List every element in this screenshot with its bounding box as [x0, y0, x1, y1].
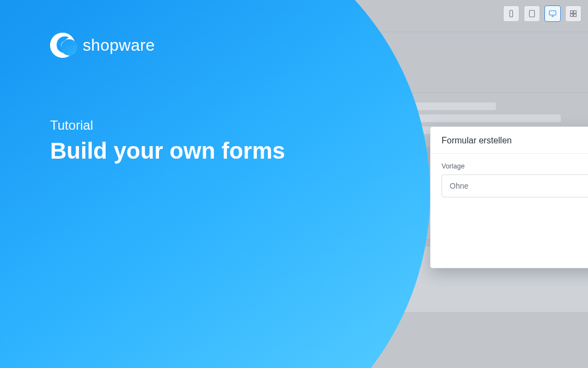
svg-rect-5	[571, 14, 573, 17]
template-field-label: Vorlage	[442, 162, 588, 170]
create-form-modal: Formular erstellen Vorlage Ohne	[430, 126, 588, 268]
shopware-logo-icon	[50, 33, 75, 58]
svg-rect-2	[549, 11, 556, 15]
device-desktop-button[interactable]	[544, 5, 561, 22]
brand-lockup: shopware	[50, 33, 285, 58]
svg-rect-4	[574, 11, 577, 14]
overlay-headline: Build your own forms	[50, 138, 285, 164]
overlay-kicker: Tutorial	[50, 118, 285, 133]
layout-grid-button[interactable]	[565, 5, 581, 22]
svg-rect-0	[510, 10, 512, 17]
device-toolbar	[503, 5, 581, 22]
device-tablet-button[interactable]	[524, 5, 540, 22]
device-mobile-button[interactable]	[503, 5, 519, 22]
modal-title: Formular erstellen	[431, 127, 588, 154]
brand-name: shopware	[83, 36, 155, 55]
overlay-text: shopware Tutorial Build your own forms	[50, 33, 285, 164]
svg-rect-6	[574, 14, 577, 17]
svg-rect-3	[571, 11, 573, 14]
svg-point-7	[50, 33, 75, 58]
svg-rect-1	[529, 10, 534, 17]
template-select-value: Ohne	[450, 182, 468, 190]
template-select[interactable]: Ohne	[442, 174, 588, 197]
